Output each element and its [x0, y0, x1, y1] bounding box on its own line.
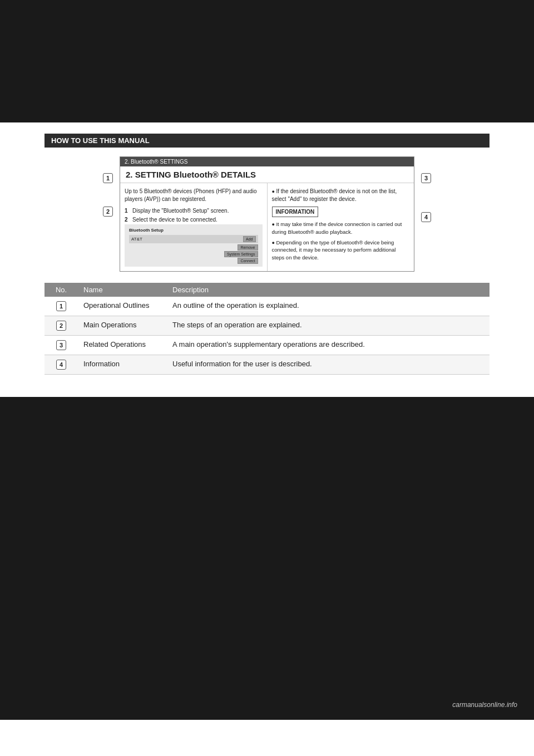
row2-desc: The steps of an operation are explained. [167, 316, 490, 336]
row4-name: Information [78, 355, 167, 375]
table-row: 4 Information Useful information for the… [44, 355, 490, 375]
screen-body: Up to 5 Bluetooth® devices (Phones (HFP)… [120, 183, 414, 271]
table-row: 1 Operational Outlines An outline of the… [44, 297, 490, 316]
row1-desc: An outline of the operation is explained… [167, 297, 490, 316]
sim-device-name: AT&T [131, 237, 142, 242]
screen-right-panel: If the desired Bluetooth® device is not … [268, 183, 414, 271]
row3-desc: A main operation's supplementary operati… [167, 336, 490, 355]
row4-badge: 4 [56, 360, 66, 370]
row3-name: Related Operations [78, 336, 167, 355]
diagram-container: 1 2 3 4 2. Bluetooth® SETTINGS [44, 156, 490, 272]
row2-no: 2 [44, 316, 78, 336]
table-row: 2 Main Operations The steps of an operat… [44, 316, 490, 336]
screen-steps: 1 Display the "Bluetooth® Setup" screen.… [125, 207, 263, 224]
right-info-2: Depending on the type of Bluetooth® devi… [272, 239, 410, 261]
step-2-text: Select the device to be connected. [132, 215, 217, 224]
sim-add-btn[interactable]: Add [243, 236, 255, 242]
content-area: HOW TO USE THIS MANUAL 1 2 3 4 [0, 122, 534, 397]
callout-2-badge: 2 [103, 207, 113, 217]
row4-desc: Useful information for the user is descr… [167, 355, 490, 375]
sim-remove-btn[interactable]: Remove [238, 244, 258, 251]
row1-no: 1 [44, 297, 78, 316]
row1-badge: 1 [56, 301, 66, 311]
screen-title: 2. SETTING Bluetooth® DETAILS [120, 166, 414, 183]
screen-left-panel: Up to 5 Bluetooth® devices (Phones (HFP)… [120, 183, 268, 271]
screen-mockup: 2. Bluetooth® SETTINGS 2. SETTING Blueto… [120, 156, 414, 272]
left-paragraph: Up to 5 Bluetooth® devices (Phones (HFP)… [125, 188, 263, 203]
row3-no: 3 [44, 336, 78, 355]
callout-3-badge: 3 [421, 173, 431, 183]
callout-1-badge: 1 [103, 173, 113, 183]
col-name: Name [78, 283, 167, 297]
step-2: 2 Select the device to be connected. [125, 215, 263, 224]
row4-no: 4 [44, 355, 78, 375]
top-decorative-bar [0, 0, 534, 122]
table-row: 3 Related Operations A main operation's … [44, 336, 490, 355]
row1-name: Operational Outlines [78, 297, 167, 316]
table-body: 1 Operational Outlines An outline of the… [44, 297, 490, 375]
diagram-inner: 1 2 3 4 2. Bluetooth® SETTINGS [120, 156, 414, 272]
col-description: Description [167, 283, 490, 297]
section-header: HOW TO USE THIS MANUAL [44, 134, 490, 148]
step-1: 1 Display the "Bluetooth® Setup" screen. [125, 207, 263, 215]
row2-badge: 2 [56, 321, 66, 331]
right-info-1: It may take time if the device connectio… [272, 220, 410, 235]
table-header: No. Name Description [44, 283, 490, 297]
row2-name: Main Operations [78, 316, 167, 336]
bottom-decorative-bar: carmanualsonline.info [0, 397, 534, 720]
step-1-text: Display the "Bluetooth® Setup" screen. [132, 207, 229, 215]
watermark: carmanualsonline.info [452, 701, 517, 709]
screen-device-sim: Bluetooth Setup AT&T Add Remove System S… [125, 224, 263, 267]
sim-device-row: AT&T Add [129, 235, 258, 243]
screen-top-bar: 2. Bluetooth® SETTINGS [120, 157, 414, 166]
info-content: It may take time if the device connectio… [272, 220, 410, 261]
row3-badge: 3 [56, 340, 66, 350]
sim-setup-label: Bluetooth Setup [129, 228, 258, 233]
screen-top-label: 2. Bluetooth® SETTINGS [125, 159, 188, 165]
sim-system-btn[interactable]: System Settings [224, 251, 258, 257]
right-bullet-1: If the desired Bluetooth® device is not … [272, 188, 410, 203]
page-wrapper: HOW TO USE THIS MANUAL 1 2 3 4 [0, 0, 534, 756]
sim-connect-btn[interactable]: Connect [238, 258, 258, 264]
section-header-label: HOW TO USE THIS MANUAL [51, 136, 150, 145]
col-no: No. [44, 283, 78, 297]
info-box-label: INFORMATION [272, 207, 319, 217]
callout-4-badge: 4 [421, 212, 431, 222]
info-table: No. Name Description 1 Operational Outli… [44, 283, 490, 375]
